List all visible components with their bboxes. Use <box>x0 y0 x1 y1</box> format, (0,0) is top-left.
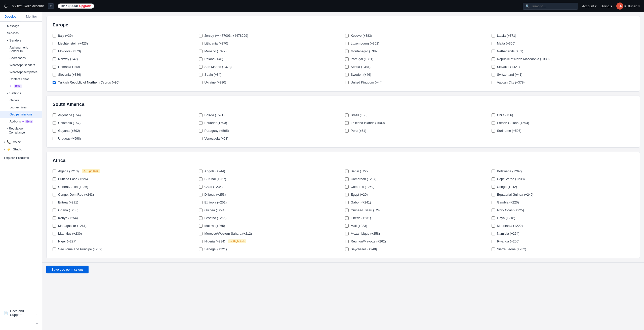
country-mauritius-checkbox[interactable] <box>53 232 56 235</box>
country-norway-checkbox[interactable] <box>53 57 56 61</box>
country-congo-dem-checkbox[interactable] <box>53 193 56 196</box>
country-sweden-checkbox[interactable] <box>345 73 349 76</box>
search-bar[interactable]: 🔍 <box>523 3 578 10</box>
country-benin-checkbox[interactable] <box>345 170 349 173</box>
sidebar-item-voice[interactable]: › 📞 Voice <box>0 138 42 146</box>
sidebar-group-senders[interactable]: ▾ Senders <box>0 37 42 44</box>
country-namibia-checkbox[interactable] <box>492 232 495 235</box>
sidebar-group-settings[interactable]: ▾ Settings <box>0 90 42 97</box>
save-geo-permissions-button[interactable]: Save geo permissions <box>46 266 89 273</box>
country-poland-checkbox[interactable] <box>199 57 203 61</box>
country-botswana-checkbox[interactable] <box>492 170 495 173</box>
country-gambia-checkbox[interactable] <box>492 201 495 204</box>
country-italy-checkbox[interactable] <box>53 34 56 37</box>
country-ukraine-checkbox[interactable] <box>199 81 203 84</box>
country-falkland-checkbox[interactable] <box>345 121 349 125</box>
country-liberia-checkbox[interactable] <box>345 216 349 220</box>
upgrade-button[interactable]: Upgrade <box>79 4 92 8</box>
country-burkina-faso-checkbox[interactable] <box>53 177 56 181</box>
country-sierra-leone-checkbox[interactable] <box>492 248 495 251</box>
country-french-guiana-checkbox[interactable] <box>492 121 495 125</box>
country-lesotho-checkbox[interactable] <box>199 216 203 220</box>
country-central-africa-checkbox[interactable] <box>53 185 56 189</box>
country-jersey-checkbox[interactable] <box>199 34 203 37</box>
country-burundi-checkbox[interactable] <box>199 177 203 181</box>
country-peru-checkbox[interactable] <box>345 129 349 133</box>
country-suriname-checkbox[interactable] <box>492 129 495 133</box>
sidebar-item-content-editor[interactable]: Content Editor <box>0 76 42 83</box>
country-guinea-checkbox[interactable] <box>199 209 203 212</box>
country-ecuador-checkbox[interactable] <box>199 121 203 125</box>
country-ivory-coast-checkbox[interactable] <box>492 209 495 212</box>
sidebar-item-alphanumeric[interactable]: Alphanumeric Sender ID <box>0 44 42 55</box>
country-netherlands-checkbox[interactable] <box>492 50 495 53</box>
country-montenegro-checkbox[interactable] <box>345 50 349 53</box>
country-rwanda-checkbox[interactable] <box>492 240 495 243</box>
country-sao-tome-checkbox[interactable] <box>53 248 56 251</box>
country-ethiopia-checkbox[interactable] <box>199 201 203 204</box>
country-cape-verde-checkbox[interactable] <box>492 177 495 181</box>
country-guyana-checkbox[interactable] <box>53 129 56 133</box>
sidebar-item-beta[interactable]: ✦ Beta <box>0 83 42 90</box>
country-chile-checkbox[interactable] <box>492 113 495 117</box>
account-selector[interactable]: ▾ <box>48 3 54 9</box>
country-madagascar-checkbox[interactable] <box>53 224 56 228</box>
country-cameroon-checkbox[interactable] <box>345 177 349 181</box>
country-venezuela-checkbox[interactable] <box>199 137 203 140</box>
country-seychelles-checkbox[interactable] <box>345 248 349 251</box>
country-malta-checkbox[interactable] <box>492 42 495 45</box>
country-malawi-checkbox[interactable] <box>199 224 203 228</box>
search-input[interactable] <box>532 4 575 8</box>
country-niger-checkbox[interactable] <box>53 240 56 243</box>
country-lithuania-checkbox[interactable] <box>199 42 203 45</box>
sidebar-item-whatsapp-senders[interactable]: WhatsApp senders <box>0 62 42 69</box>
billing-menu[interactable]: Billing ▾ <box>601 4 612 8</box>
sidebar-item-addons[interactable]: Add-ons ✦ Beta <box>0 118 42 125</box>
country-eritrea-checkbox[interactable] <box>53 201 56 204</box>
tab-develop[interactable]: Develop <box>0 12 21 21</box>
country-libya-checkbox[interactable] <box>492 216 495 220</box>
country-djibouti-checkbox[interactable] <box>199 193 203 196</box>
country-switzerland-checkbox[interactable] <box>492 73 495 76</box>
country-luxembourg-checkbox[interactable] <box>345 42 349 45</box>
country-nigeria-checkbox[interactable] <box>199 240 203 243</box>
account-name[interactable]: My first Twilio account <box>12 4 44 8</box>
country-mozambique-checkbox[interactable] <box>345 232 349 235</box>
country-trnc-checkbox[interactable] <box>53 81 56 84</box>
country-angola-checkbox[interactable] <box>199 170 203 173</box>
sidebar-item-services[interactable]: Services <box>0 30 42 37</box>
sidebar-item-whatsapp-templates[interactable]: WhatsApp templates <box>0 69 42 76</box>
country-colombia-checkbox[interactable] <box>53 121 56 125</box>
country-san-marino-checkbox[interactable] <box>199 65 203 69</box>
country-north-macedonia-checkbox[interactable] <box>492 57 495 61</box>
country-uruguay-checkbox[interactable] <box>53 137 56 140</box>
country-liechtenstein-checkbox[interactable] <box>53 42 56 45</box>
sidebar-item-studio[interactable]: › ⚡ Studio <box>0 146 42 153</box>
country-morocco-checkbox[interactable] <box>199 232 203 235</box>
country-mali-checkbox[interactable] <box>345 224 349 228</box>
country-uk-checkbox[interactable] <box>345 81 349 84</box>
country-senegal-checkbox[interactable] <box>199 248 203 251</box>
sidebar-group-regulatory[interactable]: › Regulatory Compliance <box>0 125 42 136</box>
sidebar-item-short-codes[interactable]: Short codes <box>0 55 42 62</box>
sidebar-item-general[interactable]: General <box>0 97 42 104</box>
country-moldova-checkbox[interactable] <box>53 50 56 53</box>
country-gabon-checkbox[interactable] <box>345 201 349 204</box>
country-serbia-checkbox[interactable] <box>345 65 349 69</box>
country-kosovo-checkbox[interactable] <box>345 34 349 37</box>
country-spain-checkbox[interactable] <box>199 73 203 76</box>
country-vatican-checkbox[interactable] <box>492 81 495 84</box>
country-paraguay-checkbox[interactable] <box>199 129 203 133</box>
sidebar-collapse-button[interactable]: « <box>34 319 40 327</box>
sidebar-item-docs[interactable]: 📄 Docs and Support ⋮ <box>0 307 42 318</box>
country-slovenia-checkbox[interactable] <box>53 73 56 76</box>
country-guinea-bissau-checkbox[interactable] <box>345 209 349 212</box>
country-monaco-checkbox[interactable] <box>199 50 203 53</box>
country-slovakia-checkbox[interactable] <box>492 65 495 69</box>
country-comoros-checkbox[interactable] <box>345 185 349 189</box>
country-kenya-checkbox[interactable] <box>53 216 56 220</box>
country-argentina-checkbox[interactable] <box>53 113 56 117</box>
country-algeria-checkbox[interactable] <box>53 170 56 173</box>
country-latvia-checkbox[interactable] <box>492 34 495 37</box>
country-congo-checkbox[interactable] <box>492 185 495 189</box>
